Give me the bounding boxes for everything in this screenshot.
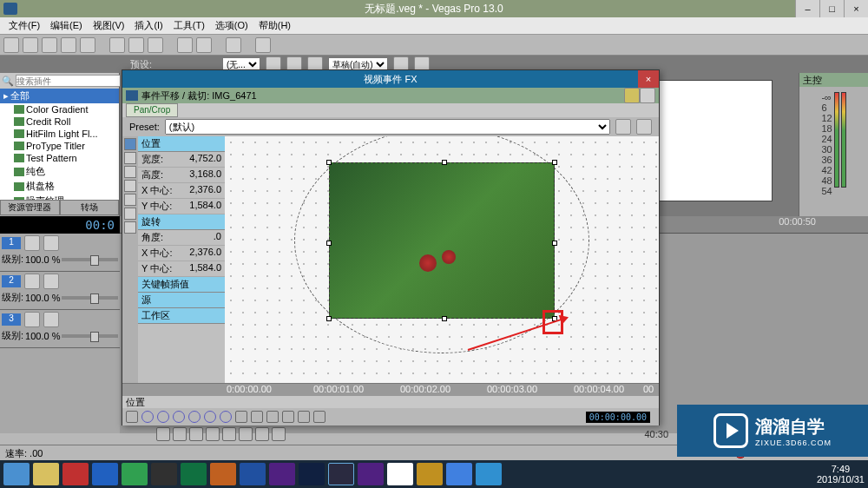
maximize-button[interactable]: □ [819, 0, 844, 17]
resize-handle[interactable] [442, 316, 447, 321]
pause-button[interactable] [222, 427, 236, 441]
open-button[interactable] [23, 37, 38, 53]
curve-linear-button[interactable] [235, 411, 247, 423]
track-mute-button[interactable] [24, 235, 40, 251]
goto-end-button[interactable] [272, 427, 286, 441]
paste-button[interactable] [148, 37, 163, 53]
video-frame[interactable] [329, 162, 555, 319]
save-preset-button[interactable] [615, 119, 631, 135]
taskbar-app[interactable] [446, 463, 472, 485]
move-tool[interactable] [124, 166, 136, 178]
track-number[interactable]: 1 [2, 237, 21, 249]
tab-pan-crop[interactable]: Pan/Crop [126, 103, 178, 117]
first-keyframe-button[interactable] [141, 411, 154, 423]
select-tool[interactable] [124, 138, 136, 150]
track-solo-button[interactable] [43, 312, 59, 327]
taskbar-app[interactable] [387, 463, 413, 485]
tab-explorer[interactable]: 资源管理器 [0, 200, 60, 215]
curve-sharp-button[interactable] [298, 411, 310, 423]
taskbar-app[interactable] [210, 463, 236, 485]
keyframe-ruler[interactable]: 0:00:00.00 00:00:01.00 00:00:02.00 00:00… [122, 384, 659, 396]
resize-handle[interactable] [326, 160, 332, 165]
crop-canvas[interactable] [225, 136, 659, 383]
resize-handle[interactable] [552, 241, 557, 246]
taskbar-app[interactable] [240, 463, 266, 485]
track-mute-button[interactable] [24, 274, 40, 289]
tree-root[interactable]: 全部 [10, 89, 30, 102]
taskbar-clock[interactable]: 7:492019/10/31 [817, 464, 865, 485]
group-rotation[interactable]: 旋转 [141, 216, 161, 227]
tree-item[interactable]: Credit Roll [26, 116, 70, 127]
taskbar-app[interactable] [299, 463, 325, 485]
track-solo-button[interactable] [43, 274, 59, 289]
keyframe-time[interactable]: 00:00:00.00 [586, 412, 650, 423]
delete-preset-button[interactable] [636, 119, 652, 135]
move-free-tool[interactable] [124, 221, 136, 234]
tree-item[interactable]: 纯色 [26, 165, 45, 178]
delete-keyframe-button[interactable] [188, 411, 201, 423]
copy-button[interactable] [128, 37, 144, 53]
prev-keyframe-button[interactable] [157, 411, 169, 423]
prop-value[interactable]: 1,584.0 [183, 200, 221, 213]
track-solo-button[interactable] [43, 235, 59, 251]
menu-file[interactable]: 文件(F) [3, 19, 45, 32]
menu-options[interactable]: 选项(O) [210, 19, 253, 32]
taskbar-app[interactable] [92, 463, 118, 485]
curve-smooth-button[interactable] [282, 411, 294, 423]
taskbar-app[interactable] [151, 463, 177, 485]
properties-button[interactable] [80, 37, 95, 53]
tree-item[interactable]: HitFilm Light Fl... [26, 129, 98, 139]
sync-cursor-button[interactable] [126, 411, 138, 423]
taskbar-app[interactable] [62, 463, 89, 485]
group-keyframe[interactable]: 关键帧插值 [141, 279, 189, 289]
new-button[interactable] [3, 37, 19, 53]
menu-tools[interactable]: 工具(T) [168, 19, 210, 32]
minimize-button[interactable]: – [795, 0, 819, 17]
track-number[interactable]: 3 [2, 313, 21, 326]
taskbar-app[interactable] [122, 463, 148, 485]
prop-value[interactable]: 3,168.0 [183, 168, 221, 181]
taskbar-app[interactable] [417, 463, 443, 485]
menu-edit[interactable]: 编辑(E) [45, 19, 88, 32]
level-slider[interactable] [62, 258, 118, 261]
group-source[interactable]: 源 [141, 294, 151, 305]
preset-dropdown[interactable]: (默认) [165, 119, 610, 135]
plugin-tree[interactable]: ▸全部 Color Gradient Credit Roll HitFilm L… [0, 89, 119, 200]
dialog-close-button[interactable]: × [638, 70, 659, 88]
prop-value[interactable]: 1,584.0 [183, 262, 221, 275]
curve-slow-button[interactable] [266, 411, 279, 423]
resize-handle[interactable] [552, 160, 557, 165]
cut-button[interactable] [109, 37, 125, 53]
play-button[interactable] [206, 427, 220, 441]
save-button[interactable] [42, 37, 57, 53]
menu-view[interactable]: 视图(V) [88, 19, 130, 32]
help-icon[interactable] [255, 37, 271, 53]
track-mute-button[interactable] [24, 312, 40, 327]
stop-button[interactable] [239, 427, 253, 441]
group-position[interactable]: 位置 [141, 138, 161, 148]
zoom-tool[interactable] [124, 152, 136, 164]
close-button[interactable]: × [844, 0, 868, 17]
group-workspace[interactable]: 工作区 [141, 310, 170, 320]
record-button[interactable] [156, 427, 170, 441]
play-start-button[interactable] [189, 427, 203, 441]
snap-button[interactable] [226, 37, 241, 53]
curve-fast-button[interactable] [251, 411, 263, 423]
menu-insert[interactable]: 插入(I) [129, 19, 168, 32]
track-number[interactable]: 2 [2, 275, 21, 287]
tree-item[interactable]: ProType Titler [26, 141, 85, 151]
prop-value[interactable]: 4,752.0 [183, 153, 221, 166]
taskbar-app-active[interactable] [328, 463, 354, 485]
curve-hold-button[interactable] [313, 411, 326, 423]
menu-help[interactable]: 帮助(H) [253, 19, 296, 32]
resize-handle[interactable] [326, 241, 332, 246]
prop-value[interactable]: 2,376.0 [183, 184, 221, 197]
bypass-button[interactable] [624, 88, 640, 103]
resize-handle[interactable] [326, 316, 332, 321]
redo-button[interactable] [196, 37, 212, 53]
taskbar-app[interactable] [476, 463, 502, 485]
render-button[interactable] [61, 37, 76, 53]
taskbar-app[interactable] [358, 463, 384, 485]
goto-start-button[interactable] [255, 427, 269, 441]
last-keyframe-button[interactable] [220, 411, 232, 423]
